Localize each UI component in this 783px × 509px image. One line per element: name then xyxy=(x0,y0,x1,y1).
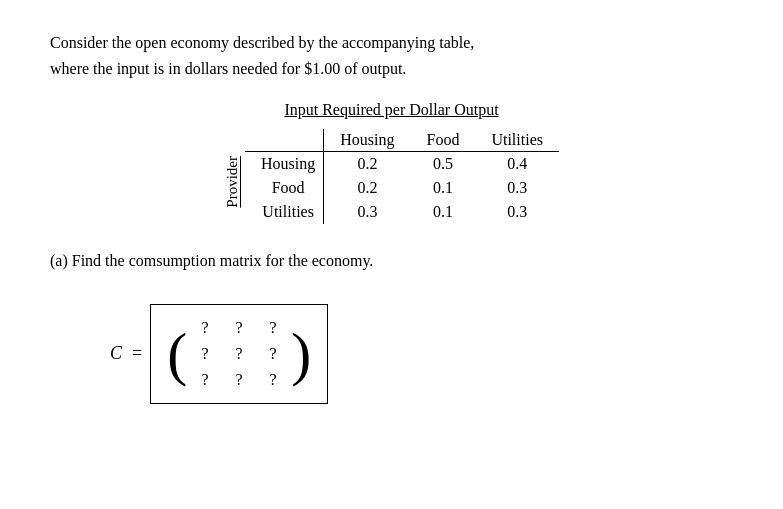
matrix-cell: ? xyxy=(236,319,243,337)
right-paren: ) xyxy=(291,324,311,384)
cell-housing-housing: 0.2 xyxy=(324,152,411,177)
matrix-grid: ? ? ? ? ? ? ? ? ? xyxy=(193,315,285,393)
cell-housing-utilities: 0.4 xyxy=(475,152,559,177)
matrix-cell: ? xyxy=(202,371,209,389)
matrix-section: C = ( ? ? ? ? ? ? ? ? ? ) xyxy=(110,304,733,404)
row-label-food: Food xyxy=(245,176,324,200)
table-row: Food 0.2 0.1 0.3 xyxy=(245,176,559,200)
table-row: Utilities 0.3 0.1 0.3 xyxy=(245,200,559,224)
provider-label: Provider xyxy=(224,146,241,208)
matrix-cell: ? xyxy=(270,319,277,337)
matrix-cell: ? xyxy=(202,319,209,337)
intro-text: Consider the open economy described by t… xyxy=(50,30,733,81)
row-label-housing: Housing xyxy=(245,152,324,177)
table-header-row: Housing Food Utilities xyxy=(245,129,559,152)
cell-utilities-housing: 0.3 xyxy=(324,200,411,224)
matrix-cell: ? xyxy=(202,345,209,363)
table-title: Input Required per Dollar Output xyxy=(284,101,498,119)
cell-utilities-food: 0.1 xyxy=(411,200,476,224)
col-header-housing: Housing xyxy=(324,129,411,152)
matrix-parens: ( ? ? ? ? ? ? ? ? ? ) xyxy=(167,315,311,393)
question-a-text: (a) Find the comsumption matrix for the … xyxy=(50,248,733,274)
equals-sign: = xyxy=(132,343,142,364)
matrix-cell: ? xyxy=(236,345,243,363)
matrix-cell: ? xyxy=(270,371,277,389)
cell-food-housing: 0.2 xyxy=(324,176,411,200)
cell-utilities-utilities: 0.3 xyxy=(475,200,559,224)
data-table: Housing Food Utilities Housing 0.2 0.5 0… xyxy=(245,129,559,224)
cell-food-food: 0.1 xyxy=(411,176,476,200)
cell-housing-food: 0.5 xyxy=(411,152,476,177)
matrix-cell: ? xyxy=(270,345,277,363)
table-row: Housing 0.2 0.5 0.4 xyxy=(245,152,559,177)
col-header-empty xyxy=(245,129,324,152)
col-header-utilities: Utilities xyxy=(475,129,559,152)
cell-food-utilities: 0.3 xyxy=(475,176,559,200)
row-label-utilities: Utilities xyxy=(245,200,324,224)
matrix-box: ( ? ? ? ? ? ? ? ? ? ) xyxy=(150,304,328,404)
left-paren: ( xyxy=(167,324,187,384)
table-wrapper: Provider Housing Food Utilities Housing … xyxy=(224,129,559,224)
table-section: Input Required per Dollar Output Provide… xyxy=(50,101,733,224)
matrix-cell: ? xyxy=(236,371,243,389)
matrix-variable: C xyxy=(110,343,122,364)
col-header-food: Food xyxy=(411,129,476,152)
